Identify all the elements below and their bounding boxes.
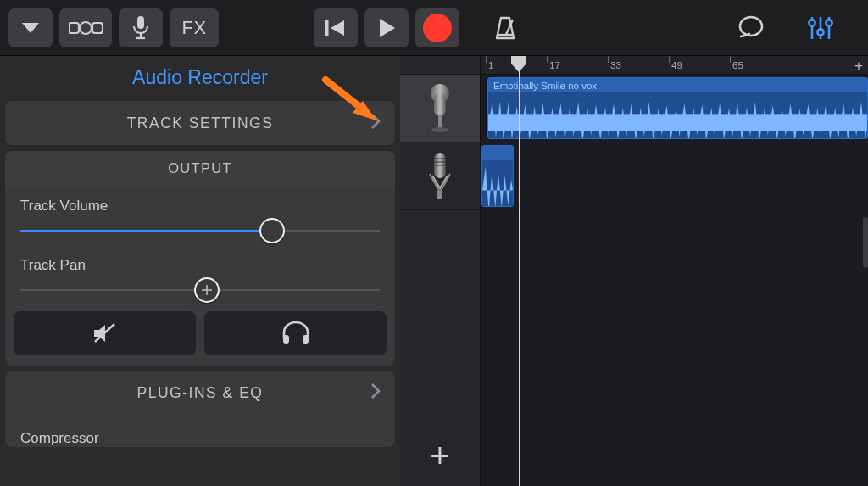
waveform-icon	[482, 160, 513, 207]
plugins-eq-row[interactable]: PLUG-INS & EQ	[5, 371, 395, 415]
svg-point-30	[431, 127, 448, 132]
record-button[interactable]	[415, 8, 459, 47]
record-icon	[423, 14, 452, 42]
playhead[interactable]	[519, 56, 520, 486]
add-track-button[interactable]: +	[430, 439, 449, 472]
svg-rect-23	[283, 335, 289, 344]
condenser-mic-icon	[424, 150, 456, 203]
microphone-button[interactable]	[119, 8, 163, 47]
toolbar: FX	[0, 0, 868, 56]
metronome-button[interactable]	[490, 13, 520, 43]
svg-rect-1	[69, 23, 79, 33]
play-button[interactable]	[364, 8, 409, 47]
waveform-icon	[488, 92, 867, 139]
svg-point-12	[740, 17, 762, 36]
track-volume-slider[interactable]	[20, 230, 380, 232]
track-header-2[interactable]	[400, 142, 480, 210]
scrollbar-thumb[interactable]	[863, 217, 868, 268]
fx-button[interactable]: FX	[170, 8, 219, 47]
zoom-add-button[interactable]: +	[854, 58, 863, 75]
track-header-1[interactable]	[400, 75, 480, 142]
track-header-column: +	[400, 56, 481, 486]
microphone-icon	[424, 83, 456, 134]
track-view-button[interactable]	[59, 8, 112, 47]
track-lane-1[interactable]: Emotinally Smile no vox	[481, 75, 868, 142]
ruler-mark: 49	[669, 56, 730, 74]
svg-point-17	[817, 29, 823, 35]
ruler-mark: 33	[608, 56, 669, 74]
ruler[interactable]: 1 17 33 49 65 +	[481, 56, 868, 75]
chevron-right-icon	[370, 112, 381, 134]
svg-point-18	[826, 20, 832, 25]
svg-rect-28	[434, 93, 446, 115]
fx-label: FX	[181, 17, 206, 39]
ruler-mark: 65	[730, 56, 791, 74]
svg-marker-8	[331, 20, 344, 36]
track-settings-label: TRACK SETTINGS	[127, 115, 274, 132]
output-header: OUTPUT	[5, 150, 395, 186]
svg-rect-7	[326, 20, 329, 36]
panel-disclose-button[interactable]	[8, 8, 53, 47]
svg-marker-9	[380, 19, 395, 37]
track-pan-label: Track Pan	[20, 257, 380, 274]
track-lane-2[interactable]	[481, 142, 868, 210]
track-volume-label: Track Volume	[20, 198, 380, 215]
svg-point-2	[80, 22, 92, 34]
svg-rect-35	[437, 191, 442, 199]
svg-marker-0	[22, 23, 39, 33]
svg-rect-4	[137, 16, 144, 29]
mute-button[interactable]	[14, 311, 196, 355]
monitor-button[interactable]	[204, 311, 387, 355]
panel-title: Audio Recorder	[5, 61, 395, 96]
playhead-handle-icon[interactable]	[511, 56, 526, 71]
mixer-button[interactable]	[805, 13, 836, 43]
chevron-right-icon	[370, 382, 381, 404]
region-title: Emotinally Smile no vox	[493, 81, 597, 91]
track-pan-slider[interactable]	[20, 289, 380, 291]
svg-rect-24	[303, 335, 309, 344]
svg-rect-29	[438, 115, 442, 129]
audio-region-1[interactable]: Emotinally Smile no vox	[487, 77, 868, 139]
output-label: OUTPUT	[168, 160, 232, 176]
svg-rect-3	[92, 23, 103, 33]
svg-point-16	[809, 20, 815, 25]
rewind-button[interactable]	[314, 8, 358, 47]
loop-button[interactable]	[736, 13, 766, 43]
timeline: 1 17 33 49 65 + Emotinally Smile no vox	[481, 56, 868, 486]
compressor-label: Compressor	[5, 415, 395, 447]
track-settings-row[interactable]: TRACK SETTINGS	[5, 101, 395, 145]
svg-marker-36	[511, 56, 526, 72]
ruler-mark: 17	[547, 56, 608, 74]
settings-panel: Audio Recorder TRACK SETTINGS OUTPUT Tra…	[0, 56, 400, 486]
plugins-eq-label: PLUG-INS & EQ	[137, 384, 264, 402]
audio-region-2[interactable]	[481, 145, 514, 207]
